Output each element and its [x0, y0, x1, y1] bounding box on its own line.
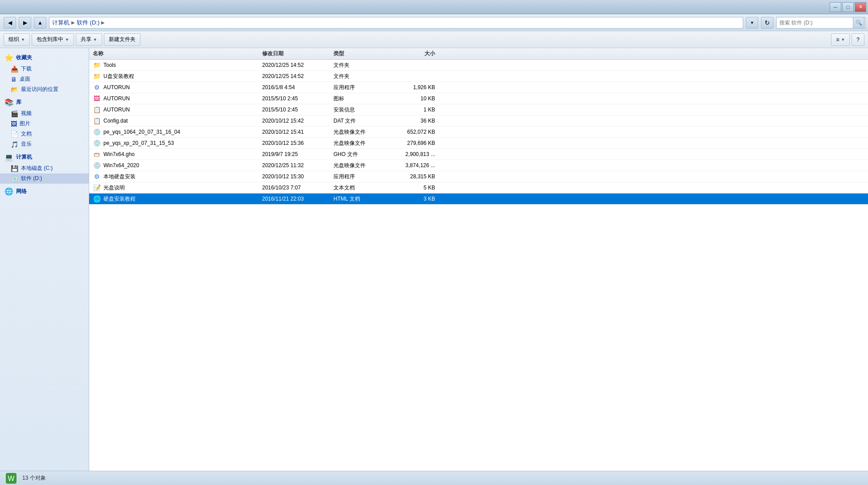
column-name[interactable]: 名称: [93, 50, 262, 58]
file-name: Win7x64_2020: [103, 162, 139, 169]
file-type: 文件夹: [333, 62, 387, 69]
table-row[interactable]: 🖼 AUTORUN 2015/5/10 2:45 图标 10 KB: [89, 93, 868, 104]
address-path[interactable]: 计算机 ▶ 软件 (D:) ▶: [49, 17, 743, 29]
sidebar-library-header[interactable]: 📚 库: [0, 96, 89, 108]
file-name-cell: ⚙ 本地硬盘安装: [93, 173, 262, 181]
file-type: 光盘映像文件: [333, 162, 387, 169]
path-computer[interactable]: 计算机: [52, 19, 70, 27]
file-name: AUTORUN: [103, 107, 130, 113]
organize-label: 组织: [8, 36, 19, 43]
file-date: 2016/10/23 7:07: [262, 185, 333, 191]
search-button[interactable]: 🔍: [853, 17, 864, 29]
status-count: 13 个对象: [22, 474, 46, 482]
d-drive-icon: 💿: [11, 175, 18, 182]
sidebar-section-library: 📚 库 🎬 视频 🖼 图片 📄 文档 🎵 音乐: [0, 96, 89, 149]
sidebar-item-video[interactable]: 🎬 视频: [0, 108, 89, 119]
file-name-cell: 📋 AUTORUN: [93, 106, 262, 114]
back-button[interactable]: ◀: [4, 17, 16, 29]
status-icon: W: [4, 472, 18, 485]
file-name-cell: 🖼 AUTORUN: [93, 95, 262, 103]
desktop-icon: 🖥: [11, 76, 17, 83]
maximize-button[interactable]: □: [842, 2, 854, 12]
refresh-button[interactable]: ↻: [761, 17, 773, 29]
file-size: 28,315 KB: [387, 173, 440, 180]
up-button[interactable]: ▲: [34, 17, 46, 29]
organize-button[interactable]: 组织 ▼: [4, 33, 30, 46]
include-button[interactable]: 包含到库中 ▼: [32, 33, 74, 46]
table-row[interactable]: 🌐 硬盘安装教程 2016/11/21 22:03 HTML 文档 3 KB: [89, 193, 868, 205]
file-name-cell: 💿 Win7x64_2020: [93, 161, 262, 169]
sidebar-item-downloads[interactable]: 📥 下载: [0, 64, 89, 74]
sidebar-item-documents[interactable]: 📄 文档: [0, 129, 89, 139]
file-name-cell: ⚙ AUTORUN: [93, 83, 262, 91]
file-icon: 🌐: [93, 195, 101, 203]
file-icon: ⚙: [93, 83, 101, 91]
file-name: pe_yqs_xp_20_07_31_15_53: [103, 140, 174, 146]
music-label: 音乐: [21, 140, 32, 148]
file-name: U盘安装教程: [103, 73, 134, 80]
file-icon: 📋: [93, 106, 101, 114]
sidebar-item-c-drive[interactable]: 💾 本地磁盘 (C:): [0, 163, 89, 173]
new-folder-button[interactable]: 新建文件夹: [104, 33, 140, 46]
table-row[interactable]: 📁 Tools 2020/12/25 14:52 文件夹: [89, 60, 868, 71]
path-drive[interactable]: 软件 (D:): [77, 19, 99, 27]
file-icon: 💿: [93, 139, 101, 147]
file-list-header: 名称 修改日期 类型 大小: [89, 48, 868, 60]
sidebar-computer-header[interactable]: 💻 计算机: [0, 151, 89, 163]
file-date: 2020/10/12 15:42: [262, 118, 333, 124]
share-button[interactable]: 共享 ▼: [76, 33, 102, 46]
table-row[interactable]: 📋 Config.dat 2020/10/12 15:42 DAT 文件 36 …: [89, 115, 868, 127]
file-name-cell: 📋 Config.dat: [93, 117, 262, 125]
close-button[interactable]: ✕: [855, 2, 866, 12]
column-type[interactable]: 类型: [333, 50, 387, 58]
file-icon: 📁: [93, 72, 101, 80]
column-date[interactable]: 修改日期: [262, 50, 333, 58]
help-button[interactable]: ?: [852, 33, 864, 46]
table-row[interactable]: 🗃 Win7x64.gho 2019/9/7 19:25 GHO 文件 2,90…: [89, 149, 868, 160]
video-icon: 🎬: [11, 110, 18, 117]
forward-button[interactable]: ▶: [19, 17, 31, 29]
file-name-cell: 🌐 硬盘安装教程: [93, 195, 262, 203]
sidebar-item-desktop[interactable]: 🖥 桌面: [0, 74, 89, 84]
sidebar-item-pictures[interactable]: 🖼 图片: [0, 119, 89, 129]
file-type: 应用程序: [333, 84, 387, 91]
include-label: 包含到库中: [37, 36, 63, 43]
file-size: 279,696 KB: [387, 140, 440, 146]
sidebar-item-recent[interactable]: 📂 最近访问的位置: [0, 84, 89, 95]
favorites-label: 收藏夹: [16, 54, 32, 62]
sidebar-section-favorites: ⭐ 收藏夹 📥 下载 🖥 桌面 📂 最近访问的位置: [0, 52, 89, 95]
file-type: DAT 文件: [333, 117, 387, 125]
sidebar-network-header[interactable]: 🌐 网络: [0, 185, 89, 197]
file-date: 2020/10/12 15:41: [262, 129, 333, 135]
documents-label: 文档: [21, 130, 32, 138]
minimize-button[interactable]: ─: [830, 2, 841, 12]
include-dropdown-icon: ▼: [65, 37, 69, 42]
file-size: 36 KB: [387, 118, 440, 124]
window-controls: ─ □ ✕: [830, 2, 866, 12]
file-area: 名称 修改日期 类型 大小 📁 Tools 2020/12/25 14:52 文…: [89, 48, 868, 471]
view-dropdown-icon: ▼: [841, 37, 845, 42]
table-row[interactable]: 📝 光盘说明 2016/10/23 7:07 文本文档 5 KB: [89, 182, 868, 193]
column-size[interactable]: 大小: [387, 50, 440, 58]
title-bar: ─ □ ✕: [0, 0, 868, 14]
sidebar-favorites-header[interactable]: ⭐ 收藏夹: [0, 52, 89, 64]
table-row[interactable]: 💿 pe_yqs_xp_20_07_31_15_53 2020/10/12 15…: [89, 138, 868, 149]
table-row[interactable]: 📁 U盘安装教程 2020/12/25 14:52 文件夹: [89, 71, 868, 82]
table-row[interactable]: ⚙ 本地硬盘安装 2020/10/12 15:30 应用程序 28,315 KB: [89, 171, 868, 182]
table-row[interactable]: 💿 Win7x64_2020 2020/12/25 11:32 光盘映像文件 3…: [89, 160, 868, 171]
file-size: 3 KB: [387, 196, 440, 202]
table-row[interactable]: 📋 AUTORUN 2015/5/10 2:45 安装信息 1 KB: [89, 104, 868, 115]
table-row[interactable]: ⚙ AUTORUN 2016/1/8 4:54 应用程序 1,926 KB: [89, 82, 868, 93]
file-date: 2020/12/25 11:32: [262, 162, 333, 169]
search-input[interactable]: [776, 17, 865, 29]
computer-icon: 💻: [4, 153, 13, 161]
dropdown-button[interactable]: ▼: [746, 17, 758, 29]
new-folder-label: 新建文件夹: [109, 36, 136, 43]
file-size: 652,072 KB: [387, 129, 440, 135]
sidebar-item-music[interactable]: 🎵 音乐: [0, 139, 89, 149]
table-row[interactable]: 💿 pe_yqs_1064_20_07_31_16_04 2020/10/12 …: [89, 127, 868, 138]
sidebar-item-d-drive[interactable]: 💿 软件 (D:): [0, 173, 89, 184]
file-name: Win7x64.gho: [103, 151, 135, 157]
file-type: HTML 文档: [333, 195, 387, 203]
view-button[interactable]: ≡ ▼: [831, 33, 850, 46]
